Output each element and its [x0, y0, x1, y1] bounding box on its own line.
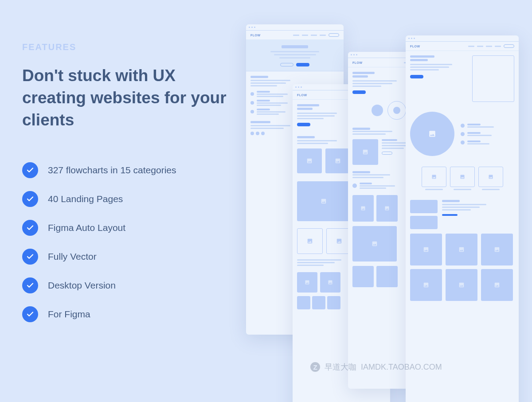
image-placeholder-icon	[352, 195, 374, 222]
mock-header: FLOW	[406, 42, 519, 51]
image-placeholder-icon	[450, 167, 475, 187]
window-controls	[246, 24, 344, 31]
feature-label: Desktop Version	[48, 280, 116, 291]
image-placeholder-icon	[481, 234, 513, 265]
page-heading: Don't stuck with UX creating websites fo…	[22, 65, 235, 131]
mock-logo: FLOW	[410, 45, 420, 48]
image-placeholder-icon	[352, 266, 374, 287]
wireframe-mockup: FLOW	[406, 35, 519, 402]
mock-nav	[293, 33, 339, 37]
checkmark-icon	[22, 191, 38, 207]
image-placeholder-icon	[320, 272, 340, 293]
mock-nav	[468, 44, 514, 48]
image-placeholder-icon	[376, 195, 398, 222]
mock-logo: FLOW	[352, 61, 363, 64]
image-placeholder-icon	[297, 272, 317, 293]
checkmark-icon	[22, 277, 38, 293]
watermark-text: IAMDK.TAOBAO.COM	[361, 363, 442, 372]
pill-icon	[504, 44, 514, 48]
checkmark-icon	[22, 306, 38, 322]
checkmark-icon	[22, 162, 38, 178]
image-placeholder-icon	[297, 181, 350, 221]
image-placeholder-icon	[376, 266, 398, 287]
image-placeholder-icon	[410, 234, 442, 265]
eyebrow-label: FEATURES	[22, 42, 235, 52]
feature-item: For Figma	[22, 306, 235, 322]
mock-header: FLOW	[246, 31, 344, 40]
watermark-text: 早道大咖	[325, 362, 356, 372]
watermark: Z 早道大咖 IAMDK.TAOBAO.COM	[310, 362, 442, 372]
image-placeholder-icon	[352, 226, 397, 261]
feature-item: Fully Vector	[22, 249, 235, 265]
feature-label: Fully Vector	[48, 251, 97, 262]
image-placeholder-icon	[410, 112, 454, 156]
feature-item: 327 flowcharts in 15 categories	[22, 162, 235, 178]
image-placeholder-icon	[297, 148, 322, 173]
image-placeholder-icon	[410, 216, 438, 229]
feature-label: 40 Landing Pages	[48, 194, 123, 204]
image-placeholder-icon	[352, 139, 378, 165]
watermark-badge-icon: Z	[310, 362, 320, 372]
image-placeholder-icon	[478, 167, 503, 187]
pill-icon	[329, 33, 339, 37]
image-placeholder-icon	[410, 200, 438, 213]
window-controls	[406, 35, 519, 42]
image-placeholder-icon	[481, 269, 513, 301]
mock-logo: FLOW	[250, 34, 261, 37]
image-placeholder-icon	[422, 167, 446, 187]
checkmark-icon	[22, 249, 38, 265]
image-placeholder-icon	[297, 228, 323, 254]
feature-label: 327 flowcharts in 15 categories	[48, 165, 176, 176]
mock-logo: FLOW	[297, 94, 307, 97]
image-placeholder-icon	[327, 296, 340, 309]
checkmark-icon	[22, 220, 38, 236]
image-placeholder-icon	[446, 234, 477, 265]
image-placeholder-icon	[325, 148, 350, 173]
image-placeholder-icon	[312, 296, 325, 309]
image-placeholder-icon	[297, 296, 310, 309]
feature-label: For Figma	[48, 309, 90, 320]
image-placeholder-icon	[446, 269, 477, 301]
image-placeholder-icon	[410, 269, 442, 301]
feature-item: 40 Landing Pages	[22, 191, 235, 207]
wireframe-previews: FLOW	[242, 24, 525, 402]
feature-item: Desktop Version	[22, 277, 235, 293]
feature-list: 327 flowcharts in 15 categories 40 Landi…	[22, 162, 235, 322]
feature-item: Figma Auto Layout	[22, 220, 235, 236]
image-placeholder-icon	[472, 55, 514, 102]
feature-label: Figma Auto Layout	[48, 222, 125, 233]
